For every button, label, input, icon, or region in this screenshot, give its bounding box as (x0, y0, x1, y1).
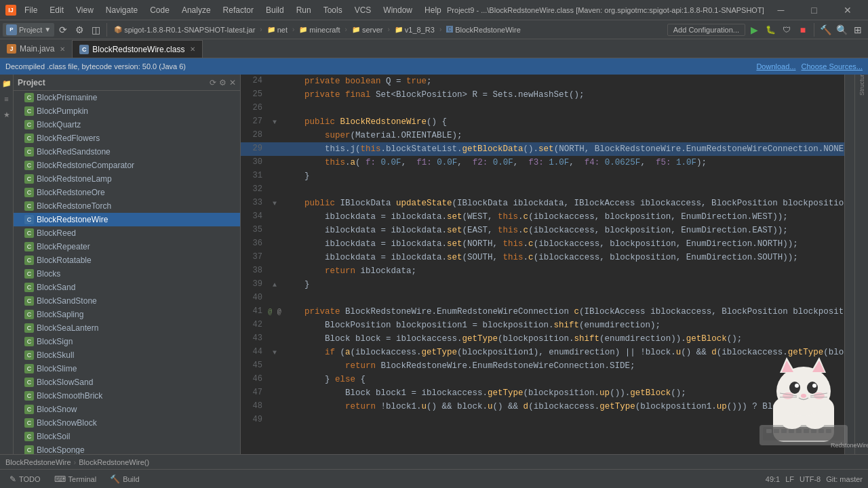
menu-help[interactable]: Help (420, 4, 446, 16)
sidebar-item-blockquartz[interactable]: C BlockQuartz (14, 118, 240, 131)
sidebar-item-blockredstonewire[interactable]: C BlockRedstoneWire (14, 213, 240, 226)
choose-sources-link[interactable]: Choose Sources... (802, 62, 863, 70)
statusbar: ✎ TODO ⌨ Terminal 🔨 Build 49:1 LF UTF-8 … (0, 469, 868, 488)
menu-code[interactable]: Code (146, 4, 174, 16)
titlebar: IJ File Edit View Navigate Code Analyze … (0, 0, 868, 20)
stop-icon[interactable]: ■ (795, 22, 810, 37)
terminal-tab[interactable]: ⌨ Terminal (50, 473, 101, 485)
sidebar-item-blocksponge[interactable]: C BlockSponge (14, 443, 240, 454)
code-line-37: 37 iblockdata = iblockdata.set(SOUTH, th… (241, 251, 844, 264)
sidebar-item-blockslowsand[interactable]: C BlockSlowSand (14, 375, 240, 389)
run-with-coverage-icon[interactable]: 🛡 (779, 22, 794, 37)
menu-refactor[interactable]: Refactor (219, 4, 258, 16)
breadcrumb-class[interactable]: BlockRedstoneWire (5, 458, 71, 466)
sidebar-item-blocksand[interactable]: C BlockSand (14, 281, 240, 294)
svg-point-7 (807, 382, 818, 394)
project-tree: C BlockPrismanine C BlockPumpkin C Block… (14, 91, 240, 454)
sidebar-item-blocksmoothbrick[interactable]: C BlockSmoothBrick (14, 389, 240, 403)
block-class-icon: C (24, 432, 34, 441)
sidebar-item-blockreed[interactable]: C BlockReed (14, 226, 240, 240)
svg-point-8 (795, 384, 799, 388)
sidebar-item-blockprismarine[interactable]: C BlockPrismanine (14, 91, 240, 104)
menu-build[interactable]: Build (262, 4, 288, 16)
project-selector[interactable]: P Project ▼ (3, 23, 54, 37)
breadcrumb-net[interactable]: 📁 net (264, 24, 291, 35)
close-tab-blockredstonewire[interactable]: ✕ (190, 45, 195, 53)
breadcrumb-jar[interactable]: 📦 spigot-1.8.8-R0.1-SNAPSHOT-latest.jar (111, 24, 258, 35)
close-panel-icon[interactable]: ✕ (229, 78, 236, 87)
maximize-button[interactable]: □ (799, 1, 829, 20)
build-tab[interactable]: 🔨 Build (106, 473, 143, 485)
sidebar-item-blockredstoncomparator[interactable]: C BlockRedstoneComparator (14, 159, 240, 172)
sidebar-item-blockrepeater[interactable]: C BlockRepeater (14, 240, 240, 253)
run-config-icon[interactable]: ▶ (747, 22, 762, 37)
close-tab-mainjava[interactable]: ✕ (60, 45, 65, 53)
menu-window[interactable]: Window (379, 4, 416, 16)
build-project-icon[interactable]: 🔨 (818, 22, 833, 37)
debug-icon[interactable]: 🐛 (763, 22, 778, 37)
menu-run[interactable]: Run (292, 4, 315, 16)
minimize-button[interactable]: ─ (766, 1, 796, 20)
svg-point-30 (784, 419, 789, 423)
block-class-icon: C (24, 378, 34, 387)
settings-panel-icon[interactable]: ⚙ (219, 78, 226, 87)
collapse-icon[interactable]: ◫ (88, 22, 103, 37)
sidebar-item-blocksnow[interactable]: C BlockSnow (14, 403, 240, 416)
svg-rect-21 (781, 429, 787, 433)
java-file-icon: J (7, 44, 16, 54)
breadcrumb-method[interactable]: BlockRedstoneWire() (79, 458, 149, 466)
sidebar-item-blocksnowblock[interactable]: C BlockSnowBlock (14, 416, 240, 430)
close-button[interactable]: ✕ (832, 1, 863, 20)
toolbar-right: Add Configuration... ▶ 🐛 🛡 ■ 🔨 🔍 ⊞ (667, 22, 865, 37)
menu-navigate[interactable]: Navigate (102, 4, 142, 16)
infobar-actions: Download... Choose Sources... (756, 62, 863, 70)
sidebar-item-blocksealantern[interactable]: C BlockSeaLantern (14, 321, 240, 335)
sidebar-item-blocksign[interactable]: C BlockSign (14, 335, 240, 348)
block-class-icon: C (24, 134, 34, 143)
sidebar-item-blockpumpkin[interactable]: C BlockPumpkin (14, 104, 240, 118)
menu-edit[interactable]: Edit (45, 4, 68, 16)
sidebar-item-blockredstonetorch[interactable]: C BlockRedstoneTorch (14, 199, 240, 213)
sidebar-item-blockredstonore[interactable]: C BlockRedstoneOre (14, 186, 240, 199)
download-sources-link[interactable]: Download... (756, 62, 795, 70)
breadcrumb-server[interactable]: 📁 server (349, 24, 387, 35)
menu-tools[interactable]: Tools (319, 4, 347, 16)
sidebar-item-blockredflowers[interactable]: C BlockRedFlowers (14, 131, 240, 145)
code-line-42: 42 BlockPosition blockposition1 = blockp… (241, 319, 844, 332)
breadcrumb-v1_8_r3[interactable]: 📁 v1_8_R3 (391, 24, 438, 35)
menu-vcs[interactable]: VCS (351, 4, 376, 16)
build-icon: 🔨 (110, 474, 120, 484)
titlebar-controls: ─ □ ✕ (766, 1, 863, 20)
sidebar-item-blocks[interactable]: C Blocks (14, 267, 240, 281)
svg-point-6 (789, 382, 800, 394)
search-everywhere-icon[interactable]: ⊞ (850, 22, 865, 37)
structure-icon[interactable]: ≡ (1, 94, 12, 104)
menu-file[interactable]: File (20, 4, 41, 16)
sidebar-item-blockredsandstone[interactable]: C BlockRedSandstone (14, 145, 240, 159)
sync-panel-icon[interactable]: ⟳ (210, 78, 216, 87)
sidebar-item-blockrotatable[interactable]: C BlockRotatable (14, 253, 240, 267)
tab-blockredstonewire[interactable]: C BlockRedstoneWire.class ✕ (73, 40, 203, 58)
sidebar-item-blockredstoneamp[interactable]: C BlockRedstoneLamp (14, 172, 240, 186)
code-line-36: 36 iblockdata = iblockdata.set(NORTH, th… (241, 237, 844, 251)
breadcrumb-classname[interactable]: 🅲 BlockRedstoneWire (443, 24, 524, 35)
sidebar-item-blocksandstone[interactable]: C BlockSandStone (14, 294, 240, 308)
project-panel-icon[interactable]: 📁 (1, 78, 12, 89)
find-icon[interactable]: 🔍 (834, 22, 849, 37)
menu-analyze[interactable]: Analyze (178, 4, 215, 16)
todo-tab[interactable]: ✎ TODO (5, 473, 45, 485)
settings-icon[interactable]: ⚙ (72, 22, 87, 37)
sidebar-item-blocksapling[interactable]: C BlockSapling (14, 308, 240, 321)
tab-mainjava[interactable]: J Main.java ✕ (0, 40, 73, 58)
add-configuration-button[interactable]: Add Configuration... (667, 24, 745, 36)
menu-view[interactable]: View (72, 4, 98, 16)
structure-panel-icon[interactable]: Structure (856, 78, 867, 89)
sidebar-item-blocksoil[interactable]: C BlockSoil (14, 430, 240, 443)
favorites-icon[interactable]: ★ (1, 109, 12, 120)
sync-icon[interactable]: ⟳ (56, 22, 71, 37)
breadcrumb-minecraft[interactable]: 📁 minecraft (296, 24, 343, 35)
sidebar-item-blockskull[interactable]: C BlockSkull (14, 348, 240, 362)
block-class-icon: C (24, 242, 34, 251)
sidebar-item-blockslime[interactable]: C BlockSlime (14, 362, 240, 375)
svg-point-12 (801, 394, 806, 398)
